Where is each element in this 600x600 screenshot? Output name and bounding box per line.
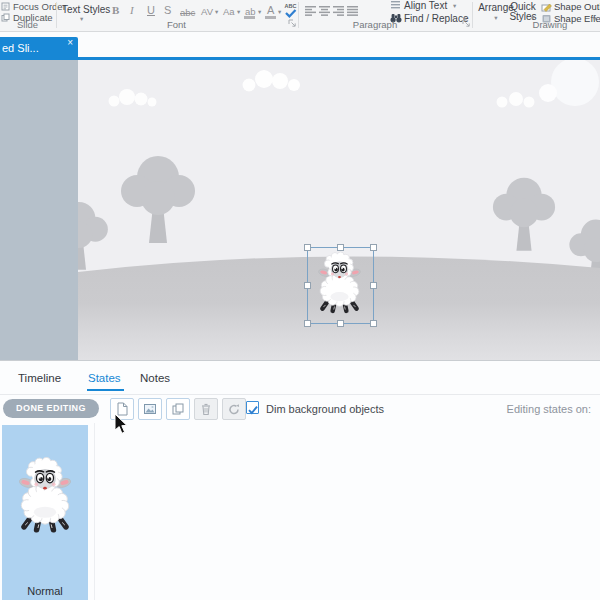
mouse-cursor — [114, 414, 129, 435]
underline-button[interactable]: U — [147, 4, 155, 17]
align-text-icon — [391, 1, 401, 10]
selection-handle-s[interactable] — [337, 320, 344, 327]
slide-group-label: Slide — [0, 19, 55, 30]
close-icon[interactable]: × — [67, 37, 73, 48]
picture-icon — [143, 402, 157, 416]
duplicate-state-icon — [171, 402, 185, 416]
justify-icon[interactable] — [347, 6, 358, 16]
duplicate-state-button[interactable] — [166, 398, 190, 420]
font-group-label: Font — [57, 19, 296, 30]
selection-handle-ne[interactable] — [370, 244, 377, 251]
workspace-left-strip — [0, 60, 78, 360]
selection-handle-w[interactable] — [304, 282, 311, 289]
delete-state-button[interactable] — [194, 398, 218, 420]
tab-notes[interactable]: Notes — [140, 372, 170, 384]
panel-divider — [0, 394, 600, 395]
strikethrough-button[interactable]: abc — [180, 6, 195, 19]
italic-button[interactable]: I — [130, 4, 134, 17]
chevron-down-icon[interactable]: ▾ — [237, 9, 240, 15]
dim-background-checkbox[interactable] — [246, 401, 259, 414]
reset-arrow-icon — [227, 402, 241, 416]
state-name: Normal — [2, 585, 88, 597]
selection-handle-e[interactable] — [370, 282, 377, 289]
focus-order-label: Focus Order — [13, 1, 66, 12]
focus-order-icon — [1, 2, 10, 11]
align-center-icon[interactable] — [319, 6, 330, 16]
drawing-group-label: Drawing — [500, 19, 600, 30]
chevron-down-icon[interactable]: ▾ — [258, 9, 261, 15]
shape-outline-button[interactable]: Shape Outline — [554, 1, 600, 12]
tab-states[interactable]: States — [88, 372, 121, 384]
align-text-button[interactable]: Align Text — [404, 0, 447, 11]
shadow-button[interactable]: S — [164, 4, 171, 17]
document-tab-title: ed Sli... — [2, 42, 39, 54]
slide-stage[interactable] — [78, 60, 600, 360]
character-spacing-button[interactable]: AV — [201, 5, 213, 18]
sheep-thumbnail-image — [10, 455, 80, 536]
selection-box[interactable] — [307, 247, 374, 324]
done-editing-states-button[interactable]: DONE EDITING STATES — [3, 399, 99, 418]
chevron-down-icon: ▾ — [453, 3, 456, 9]
align-right-icon[interactable] — [333, 6, 344, 16]
text-styles-button[interactable]: Text Styles — [62, 4, 110, 15]
selection-handle-nw[interactable] — [304, 244, 311, 251]
bottom-panel: Timeline States Notes DONE EDITING STATE… — [0, 360, 600, 600]
cloud — [539, 84, 557, 102]
states-list: Normal — [0, 423, 95, 600]
paragraph-dialog-launcher-icon[interactable] — [462, 19, 471, 28]
check-icon — [247, 404, 259, 416]
workspace — [0, 60, 600, 360]
selection-handle-n[interactable] — [337, 244, 344, 251]
dim-background-label: Dim background objects — [266, 403, 384, 415]
selection-handle-se[interactable] — [370, 320, 377, 327]
document-tab-bar: ed Sli... × — [0, 32, 600, 60]
chevron-down-icon[interactable]: ▾ — [215, 9, 218, 15]
ribbon-separator — [298, 2, 299, 28]
document-tab[interactable]: ed Sli... × — [0, 37, 78, 60]
state-thumbnail-normal[interactable]: Normal — [2, 425, 88, 600]
bold-button[interactable]: B — [112, 4, 119, 17]
new-state-from-picture-button[interactable] — [138, 398, 162, 420]
shape-outline-icon — [541, 1, 552, 12]
selection-handle-sw[interactable] — [304, 320, 311, 327]
paragraph-group-label: Paragraph — [300, 19, 450, 30]
align-left-icon[interactable] — [305, 6, 316, 16]
ribbon-separator — [472, 2, 473, 28]
active-tab-underline — [87, 389, 124, 391]
application-window: Focus Order Duplicate Slide Text Styles … — [0, 0, 600, 600]
editing-states-on-label: Editing states on: — [507, 403, 591, 415]
spell-check-button[interactable]: ABC — [283, 3, 298, 20]
spell-check-icon — [284, 9, 297, 18]
cloud — [551, 60, 599, 106]
trash-icon — [199, 402, 213, 416]
ribbon: Focus Order Duplicate Slide Text Styles … — [0, 0, 600, 32]
reset-state-button[interactable] — [222, 398, 246, 420]
tab-timeline[interactable]: Timeline — [18, 372, 61, 384]
chevron-down-icon[interactable]: ▾ — [278, 9, 281, 15]
change-case-button[interactable]: Aa — [223, 5, 235, 18]
